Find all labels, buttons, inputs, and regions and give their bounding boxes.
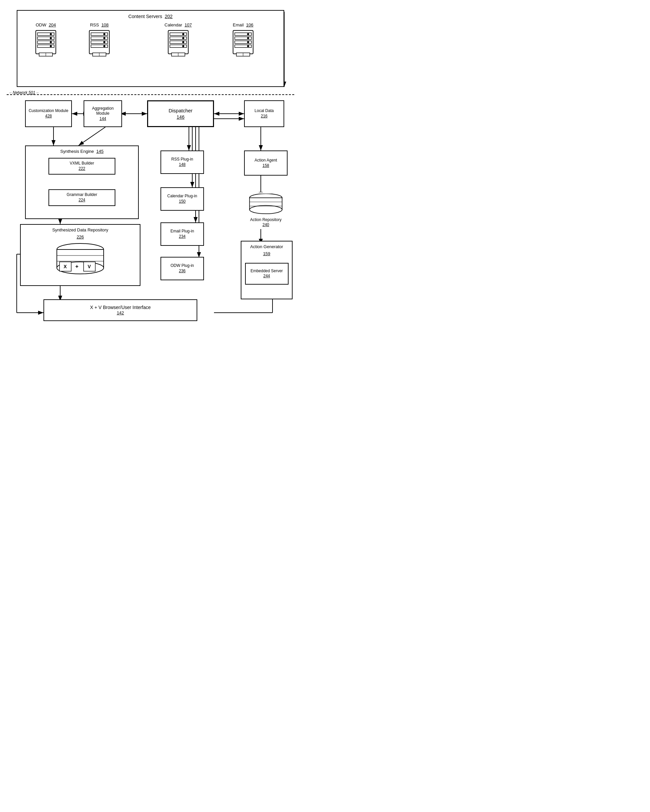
- svg-rect-57: [168, 31, 188, 54]
- action-agent-box: Action Agent 158: [244, 151, 288, 176]
- customization-module-box: Customization Module 428: [25, 100, 72, 127]
- rss-plugin-num: 148: [179, 162, 186, 168]
- embedded-server-box: Embedded Server 244: [245, 263, 288, 285]
- embedded-server-num: 244: [263, 273, 270, 279]
- svg-rect-46: [89, 31, 109, 54]
- rss-plugin-box: RSS Plug-in 148: [160, 151, 204, 174]
- grammar-builder-num: 224: [79, 198, 85, 203]
- content-servers-num: 202: [165, 14, 172, 19]
- dispatcher-label: Dispatcher: [168, 107, 192, 114]
- vxml-builder-box: VXML Builder 222: [49, 158, 115, 175]
- svg-point-41: [50, 37, 52, 39]
- action-agent-label: Action Agent: [255, 158, 277, 163]
- calendar-plugin-box: Calendar Plug-in 150: [160, 187, 204, 211]
- xv-browser-label: X + V Browser/User Interface: [90, 304, 151, 310]
- odw-server: ODW 204: [34, 22, 58, 61]
- svg-point-43: [50, 45, 52, 47]
- email-server-icon: [231, 29, 255, 59]
- svg-point-73: [247, 33, 249, 35]
- calendar-label: Calendar 107: [165, 22, 192, 28]
- dispatcher-box: Dispatcher 146: [147, 100, 214, 127]
- grammar-builder-box: Grammar Builder 224: [49, 189, 115, 206]
- architecture-diagram: Content Servers 202 ODW 204 RSS 108: [7, 7, 294, 361]
- aggregation-module-num: 144: [99, 116, 106, 122]
- svg-point-74: [247, 37, 249, 39]
- action-repository-num: 240: [262, 223, 269, 228]
- synth-data-repo-label: Synthesized Data Repository: [52, 227, 108, 233]
- synthesis-engine-box: Synthesis Engine 145 VXML Builder 222 Gr…: [25, 145, 139, 219]
- calendar-server-icon: [166, 29, 190, 59]
- calendar-plugin-num: 150: [179, 199, 186, 205]
- email-server: Email 106: [231, 22, 255, 61]
- svg-point-64: [182, 41, 184, 43]
- action-generator-num: 159: [263, 251, 270, 257]
- svg-rect-35: [36, 31, 56, 54]
- local-data-label: Local Data: [255, 108, 273, 114]
- content-servers-title: Content Servers 202: [128, 14, 172, 20]
- svg-point-52: [103, 37, 105, 39]
- aggregation-module-label: Aggregation Module: [86, 106, 119, 116]
- svg-text:X: X: [64, 264, 67, 269]
- svg-point-53: [103, 41, 105, 43]
- svg-point-76: [247, 45, 249, 47]
- vxml-builder-num: 222: [79, 166, 85, 172]
- calendar-server: Calendar 107: [165, 22, 192, 61]
- aggregation-module-box: Aggregation Module 144: [84, 100, 122, 127]
- synth-data-repo-num: 226: [76, 234, 84, 240]
- svg-rect-68: [233, 31, 253, 54]
- svg-point-42: [50, 41, 52, 43]
- odw-plugin-box: ODW Plug-in 236: [160, 257, 204, 280]
- xv-browser-num: 142: [117, 310, 124, 316]
- svg-point-65: [182, 45, 184, 47]
- grammar-builder-label: Grammar Builder: [67, 192, 97, 198]
- synth-data-repo-box: Synthesized Data Repository 226 X + V: [20, 224, 140, 286]
- action-generator-box: Action Generator 159 Embedded Server 244: [241, 241, 293, 299]
- svg-point-51: [103, 33, 105, 35]
- odw-label: ODW 204: [34, 22, 58, 28]
- synthesis-engine-label: Synthesis Engine 145: [60, 149, 103, 154]
- action-repo-icon: [243, 194, 289, 217]
- svg-text:+: +: [75, 264, 78, 269]
- database-icon: X + V: [47, 243, 114, 279]
- rss-server: RSS 108: [88, 22, 111, 61]
- xv-browser-box: X + V Browser/User Interface 142: [43, 299, 197, 321]
- customization-module-num: 428: [45, 114, 52, 119]
- svg-point-63: [182, 37, 184, 39]
- local-data-num: 216: [261, 114, 267, 119]
- rss-label: RSS 108: [88, 22, 111, 28]
- svg-text:V: V: [88, 264, 91, 269]
- dispatcher-num: 146: [177, 114, 184, 120]
- action-generator-label: Action Generator: [250, 244, 283, 250]
- email-plugin-label: Email Plug-in: [171, 229, 194, 234]
- svg-point-75: [247, 41, 249, 43]
- customization-module-label: Customization Module: [29, 108, 69, 114]
- odw-plugin-label: ODW Plug-in: [171, 263, 194, 269]
- svg-point-40: [50, 33, 52, 35]
- action-repository-label: Action Repository: [250, 217, 282, 223]
- rss-plugin-label: RSS Plug-in: [171, 157, 193, 162]
- content-servers-container: Content Servers 202 ODW 204 RSS 108: [17, 10, 284, 87]
- action-agent-num: 158: [262, 163, 269, 169]
- email-plugin-box: Email Plug-in 234: [160, 223, 204, 246]
- local-data-box: Local Data 216: [244, 100, 284, 127]
- email-plugin-num: 234: [179, 234, 186, 240]
- svg-line-22: [79, 127, 105, 145]
- embedded-server-label: Embedded Server: [250, 269, 283, 274]
- odw-server-icon: [34, 29, 58, 59]
- rss-server-icon: [88, 29, 111, 59]
- svg-point-91: [249, 205, 282, 214]
- network-line: [7, 94, 294, 95]
- calendar-plugin-label: Calendar Plug-in: [167, 194, 197, 199]
- email-label: Email 106: [231, 22, 255, 28]
- svg-point-54: [103, 45, 105, 47]
- odw-plugin-num: 236: [179, 269, 186, 274]
- action-repository-box: Action Repository 240: [243, 192, 289, 229]
- vxml-builder-label: VXML Builder: [70, 161, 94, 166]
- svg-point-62: [182, 33, 184, 35]
